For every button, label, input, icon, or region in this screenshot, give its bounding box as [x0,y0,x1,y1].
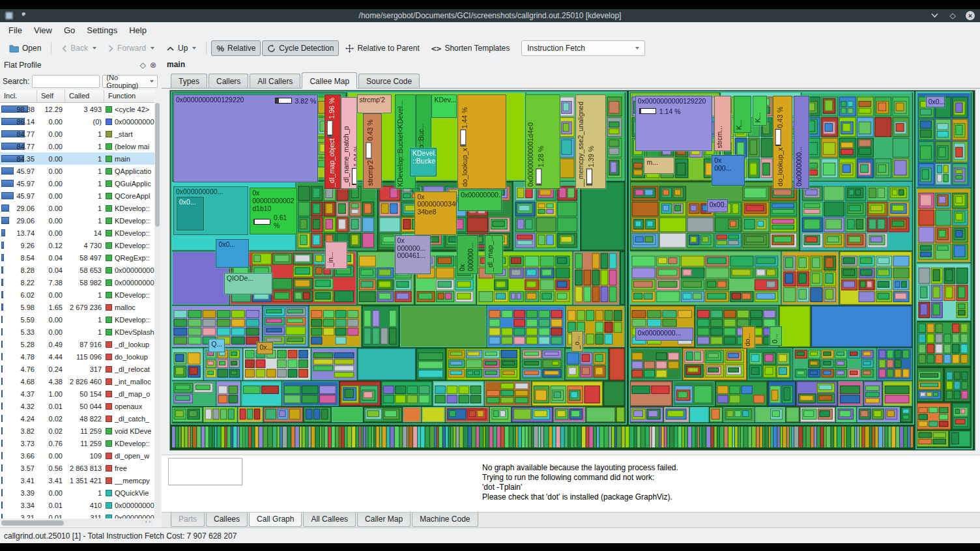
relative-to-parent-toggle[interactable]: Relative to Parent [340,40,424,56]
table-row[interactable]: 3.210.013110x00000000 [0,511,154,518]
table-row[interactable]: 5.590.001KDevelop:: [0,313,154,326]
callee-map[interactable]: 0x00000000001292203.82 %_dl_map_object1.… [169,90,975,451]
scrollbar-thumb[interactable] [1,520,64,526]
cycle-detection-toggle[interactable]: Cycle Detection [262,40,339,56]
table-row[interactable]: 3.390.001QQuickVie [0,487,154,499]
menu-settings[interactable]: Settings [81,23,123,38]
search-input[interactable] [32,75,100,88]
close-button[interactable]: × [966,11,975,20]
tab-call-graph[interactable]: Call Graph [249,513,302,527]
treemap-cell[interactable]: 0x00000000... [458,190,502,211]
table-row[interactable]: 45.970.001QCoreAppl [0,190,154,202]
treemap-cell[interactable]: K... [734,96,751,132]
treemap-cell[interactable]: 0x 000... [712,155,745,186]
float-dock-icon[interactable]: ◇ [140,61,146,69]
table-row[interactable]: 84.770.001(below mai [0,140,154,152]
tab-callee-map[interactable]: Callee Map [302,72,357,89]
table-row[interactable]: 45.970.001QApplicatio [0,165,154,177]
treemap-cell[interactable]: 0x 000000... 000461... [395,235,431,274]
treemap-cell[interactable]: 0x00000000... [635,328,693,341]
table-row[interactable]: 3.730.7611 259KDevelop:: [0,437,154,449]
column-called[interactable]: Called [65,90,104,102]
treemap-cell[interactable]: _in... [325,242,347,270]
treemap-cell[interactable]: strcmp'2 [357,94,392,114]
table-row[interactable]: 9.260.124 730KDevelop:: [0,239,154,251]
table-row[interactable]: 8.227.3858 9820x00000000 [0,276,154,289]
treemap-cell[interactable]: do_lookup_x0.43 % [773,96,792,189]
forward-button[interactable]: Forward [103,40,160,56]
treemap-cell[interactable]: 0x0... [177,197,204,231]
table-row[interactable]: 5.330.001KDevSplash [0,326,154,338]
treemap-cell[interactable]: _o... [571,331,583,352]
treemap-cell[interactable]: 0x 000000... [457,235,478,274]
table-row[interactable]: 45.970.001QGuiApplic [0,177,154,190]
table-row[interactable]: 4.760.24317_dl_relocat [0,363,154,375]
treemap-cell[interactable]: 0x00000000001292201.14 % [635,96,713,150]
table-row[interactable]: 3.820.0211 259void KDeve [0,425,154,437]
treemap-cell[interactable]: strcmp'20.43 % [363,113,381,188]
tab-machine-code[interactable]: Machine Code [412,513,478,527]
treemap-cell[interactable]: QIODe... [224,273,272,294]
close-dock-icon[interactable]: ⊗ [150,61,156,69]
up-button[interactable]: Up [161,40,201,56]
table-row[interactable]: 4.784.44115 096do_lookup [0,350,154,363]
event-type-combobox[interactable]: Instruction Fetch [521,40,645,56]
tab-callees[interactable]: Callees [206,513,248,527]
table-row[interactable]: 8.280.0458 6530x00000000 [0,264,154,276]
treemap-cell[interactable]: 0x0... [216,239,249,268]
menu-file[interactable]: File [3,23,28,38]
treemap-cell[interactable]: _dl_map_object1.96 % [324,94,341,190]
column-incl[interactable]: Incl. [0,90,37,102]
tab-all-callers[interactable]: All Callers [250,74,300,88]
treemap-cell[interactable]: 0x00000000001292203.82 % [173,94,318,182]
treemap-cell[interactable]: 0x00000000001d4e01.28 % [525,94,560,190]
tab-parts[interactable]: Parts [171,513,205,527]
table-row[interactable]: 4.240.0248 822_dl_catch_ [0,412,154,425]
treemap-cell[interactable]: do... [742,326,755,349]
table-row[interactable]: 6.020.001KDevelop:: [0,289,154,301]
table-row[interactable]: 3.413.411 351 421__memcpy [0,474,154,487]
treemap-cell[interactable]: _dl_map_... [485,235,503,274]
scrollbar-steppers[interactable]: ‹› [145,518,152,525]
tab-caller-map[interactable]: Caller Map [357,513,411,527]
treemap-cell[interactable]: K... [753,96,767,125]
treemap-cell[interactable]: Q... [209,339,225,353]
table-row[interactable]: 3.340.014100x00000000 [0,499,154,511]
table-row[interactable]: 5.280.4987 916_dl_lookup [0,338,154,350]
table-row[interactable]: 86.140.00(0)0x00000000 [0,115,154,128]
open-button[interactable]: Open [4,40,46,56]
tab-callers[interactable]: Callers [209,74,248,88]
back-button[interactable]: Back [56,40,102,56]
treemap-cell[interactable]: KDev... [431,94,456,118]
table-row[interactable]: 3.570.562 863 813free [0,462,154,474]
menu-go[interactable]: Go [58,23,81,38]
treemap-cell[interactable]: __memcpy_sse2_unaligned1.39 % [575,94,606,190]
shade-button[interactable] [929,10,940,21]
treemap-cell[interactable]: KDevel... ::Bucke... [410,148,437,177]
treemap-cell[interactable]: 0... [770,326,782,346]
table-row[interactable]: 5.981.652 679 236malloc [0,301,154,313]
treemap-cell[interactable]: 0x... [257,342,273,354]
table-row[interactable]: 13.740.0014KDevelop:: [0,227,154,239]
table-row[interactable]: 84.770.001_start [0,128,154,140]
table-row[interactable]: 98.3812.293 493<cycle 42> [0,103,154,115]
table-row[interactable]: 29.060.001KDevelop:: [0,202,154,214]
menu-view[interactable]: View [28,23,58,38]
grouping-combobox[interactable]: (No Grouping) [102,75,158,88]
table-row[interactable]: 8.540.0458 497QRegExp:: [0,251,154,264]
title-bar[interactable]: /home/sergobot/Documents/GCI/screenshots… [0,9,980,22]
column-function[interactable]: Function [104,90,154,102]
table-vertical-scrollbar[interactable] [154,103,160,518]
treemap-cell[interactable]: _dl_name_match_p1.04 % [341,97,357,189]
table-row[interactable]: 4.684.382 826 460_int_malloc [0,375,154,388]
shorten-templates-toggle[interactable]: <> Shorten Templates [426,40,515,56]
table-horizontal-scrollbar[interactable]: ‹› [1,520,153,526]
treemap-cell[interactable]: strcm... [714,96,731,150]
scrollbar-thumb[interactable] [155,103,160,227]
treemap-cell[interactable]: 0x0... [926,96,945,108]
table-row[interactable]: 3.660.00109dl_open_w [0,449,154,462]
treemap-cell[interactable]: 0x 00000000340 34be8 [414,191,456,235]
table-row[interactable]: 84.350.001main [0,152,154,165]
relative-toggle[interactable]: % Relative [211,40,261,56]
treemap-cell[interactable]: 0x0000000... [794,96,809,189]
